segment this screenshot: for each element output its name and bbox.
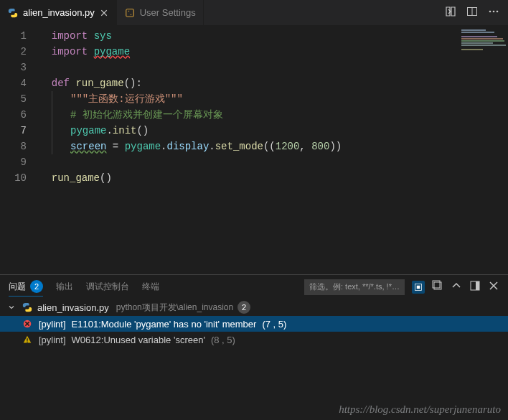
problem-location: (8 , 5) [211,335,235,345]
svg-point-4 [497,11,499,13]
panel-tab[interactable]: 问题2 [9,277,43,297]
svg-rect-10 [476,281,479,290]
collapse-all-icon[interactable] [432,280,443,294]
editor-tab[interactable]: alien_invasion.py [0,0,117,25]
chevron-up-icon[interactable] [451,280,462,294]
svg-rect-12 [27,338,27,341]
problem-message: E1101:Module 'pygame' has no 'init' memb… [72,319,257,330]
editor-tab[interactable]: User Settings [117,0,204,25]
problem-item[interactable]: [pylint]E1101:Module 'pygame' has no 'in… [0,316,508,332]
problem-source: [pylint] [39,319,66,330]
python-file-icon [7,7,19,19]
svg-rect-6 [417,285,420,289]
problems-filter-input[interactable]: 筛选。例: text, **/*.ts, !**/... [304,279,405,295]
code-editor[interactable]: 12345678910 import sys import pygame def… [0,25,508,274]
filter-ext-icon[interactable] [412,281,425,294]
problems-filter-placeholder: 筛选。例: text, **/*.ts, !**/... [309,281,400,292]
error-icon [22,318,33,330]
panel-tab-label: 输出 [56,281,73,293]
panel-tab[interactable]: 输出 [56,277,73,297]
panel-tab-bar: 问题2输出调试控制台终端 筛选。例: text, **/*.ts, !**/..… [0,275,508,299]
watermark-text: https://blog.csdn.net/superjunenaruto [339,403,501,416]
chevron-down-icon[interactable] [6,302,17,313]
compare-icon[interactable] [445,6,456,19]
split-editor-icon[interactable] [466,6,478,19]
problems-file-name: alien_invasion.py [37,302,109,313]
panel-tab[interactable]: 调试控制台 [86,277,129,297]
svg-point-3 [493,11,495,13]
panel-tab-label: 终端 [142,281,159,293]
warning-icon [22,334,33,345]
panel-actions: 筛选。例: text, **/*.ts, !**/... [304,279,499,295]
title-actions [445,0,508,25]
problem-source: [pylint] [39,335,66,345]
problem-message: W0612:Unused variable 'screen' [72,335,205,345]
problems-file-group[interactable]: alien_invasion.py python项目开发\alien_invas… [0,299,508,316]
problems-list[interactable]: alien_invasion.py python项目开发\alien_invas… [0,299,508,420]
settings-json-icon [124,7,136,19]
toggle-layout-icon[interactable] [469,280,481,294]
python-file-icon [22,302,33,313]
svg-point-2 [489,11,491,13]
editor-tab-bar: alien_invasion.pyUser Settings [0,0,508,25]
problem-location: (7 , 5) [262,319,286,330]
close-icon[interactable] [99,8,109,18]
more-icon[interactable] [488,6,499,19]
svg-rect-13 [27,342,27,342]
panel-tab-badge: 2 [30,280,43,293]
panel-tab-label: 问题 [9,281,26,293]
problems-file-path: python项目开发\alien_invasion [116,302,233,314]
bottom-panel: 问题2输出调试控制台终端 筛选。例: text, **/*.ts, !**/..… [0,274,508,420]
problem-item[interactable]: [pylint]W0612:Unused variable 'screen'(8… [0,332,508,347]
code-area[interactable]: import sys import pygame def run_game():… [39,25,508,274]
close-icon[interactable] [488,280,499,294]
tab-label: alien_invasion.py [23,7,95,18]
panel-tab[interactable]: 终端 [142,277,159,297]
line-number-gutter: 12345678910 [0,25,39,274]
panel-tab-label: 调试控制台 [86,281,129,293]
tab-label: User Settings [140,7,196,18]
problems-file-count: 2 [237,301,250,314]
minimap[interactable] [458,25,508,274]
